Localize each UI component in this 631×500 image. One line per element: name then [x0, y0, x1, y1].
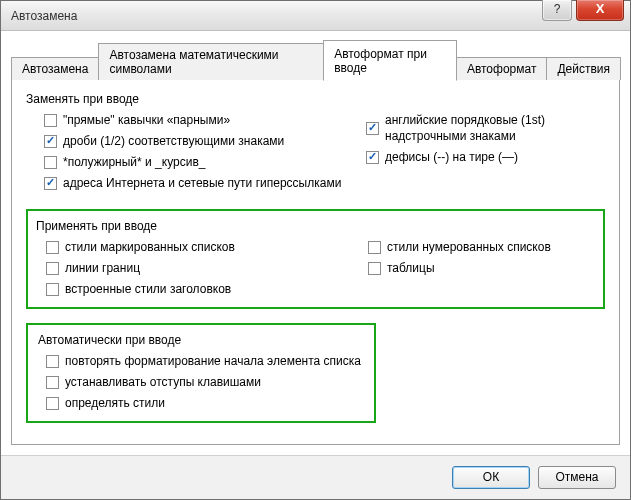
- cb-label: стили маркированных списков: [65, 239, 235, 255]
- cancel-button[interactable]: Отмена: [538, 466, 616, 489]
- tab-panel: Заменять при вводе "прямые" кавычки «пар…: [11, 79, 620, 445]
- dialog-window: Автозамена ? X Автозамена Автозамена мат…: [0, 0, 631, 500]
- cb-label: дроби (1/2) соответствующими знаками: [63, 133, 284, 149]
- cb-label: дефисы (--) на тире (—): [385, 149, 518, 165]
- checkbox-icon: [44, 177, 57, 190]
- cb-fractions[interactable]: дроби (1/2) соответствующими знаками: [44, 133, 366, 149]
- tab-autoformat-typing[interactable]: Автоформат при вводе: [323, 40, 457, 81]
- checkbox-icon: [46, 397, 59, 410]
- tab-math-autoreplace[interactable]: Автозамена математическими символами: [98, 43, 324, 80]
- auto-section-title: Автоматически при вводе: [38, 333, 364, 347]
- cb-bold-italic[interactable]: *полужирный* и _курсив_: [44, 154, 366, 170]
- dialog-footer: ОК Отмена: [1, 455, 630, 499]
- cb-hyperlinks[interactable]: адреса Интернета и сетевые пути гиперссы…: [44, 175, 366, 191]
- tab-strip: Автозамена Автозамена математическими си…: [11, 39, 620, 80]
- replace-grid: "прямые" кавычки «парными» дроби (1/2) с…: [26, 112, 605, 191]
- cb-label: встроенные стили заголовков: [65, 281, 231, 297]
- ok-button[interactable]: ОК: [452, 466, 530, 489]
- cb-border-lines[interactable]: линии границ: [46, 260, 368, 276]
- checkbox-icon: [366, 151, 379, 164]
- tab-autoformat[interactable]: Автоформат: [456, 57, 548, 80]
- cb-label: стили нумерованных списков: [387, 239, 551, 255]
- checkbox-icon: [46, 283, 59, 296]
- cb-label: *полужирный* и _курсив_: [63, 154, 205, 170]
- checkbox-icon: [46, 262, 59, 275]
- cb-heading-styles[interactable]: встроенные стили заголовков: [46, 281, 368, 297]
- replace-section-title: Заменять при вводе: [26, 92, 605, 106]
- tab-actions[interactable]: Действия: [546, 57, 621, 80]
- cb-label: повторять форматирование начала элемента…: [65, 353, 361, 369]
- cb-hyphens[interactable]: дефисы (--) на тире (—): [366, 149, 605, 165]
- checkbox-icon: [368, 262, 381, 275]
- cb-label: таблицы: [387, 260, 435, 276]
- cb-numbered-styles[interactable]: стили нумерованных списков: [368, 239, 593, 255]
- cb-ordinals[interactable]: английские порядковые (1st) надстрочными…: [366, 112, 605, 144]
- cb-set-indents[interactable]: устанавливать отступы клавишами: [46, 374, 364, 390]
- cb-label: определять стили: [65, 395, 165, 411]
- cb-label: "прямые" кавычки «парными»: [63, 112, 230, 128]
- cb-tables[interactable]: таблицы: [368, 260, 593, 276]
- window-title: Автозамена: [11, 9, 77, 23]
- cb-define-styles[interactable]: определять стили: [46, 395, 364, 411]
- cb-repeat-formatting[interactable]: повторять форматирование начала элемента…: [46, 353, 364, 369]
- content-area: Автозамена Автозамена математическими си…: [1, 31, 630, 455]
- checkbox-icon: [368, 241, 381, 254]
- cb-label: устанавливать отступы клавишами: [65, 374, 261, 390]
- cb-label: адреса Интернета и сетевые пути гиперссы…: [63, 175, 341, 191]
- cb-bullet-styles[interactable]: стили маркированных списков: [46, 239, 368, 255]
- apply-section-title: Применять при вводе: [36, 219, 593, 233]
- auto-group: Автоматически при вводе повторять формат…: [26, 323, 376, 423]
- close-button[interactable]: X: [576, 0, 624, 21]
- checkbox-icon: [44, 114, 57, 127]
- checkbox-icon: [46, 376, 59, 389]
- checkbox-icon: [46, 355, 59, 368]
- tab-autoreplace[interactable]: Автозамена: [11, 57, 99, 80]
- cb-straight-quotes[interactable]: "прямые" кавычки «парными»: [44, 112, 366, 128]
- cb-label: английские порядковые (1st) надстрочными…: [385, 112, 605, 144]
- checkbox-icon: [44, 156, 57, 169]
- apply-group: Применять при вводе стили маркированных …: [26, 209, 605, 309]
- titlebar: Автозамена ? X: [1, 1, 630, 31]
- help-button[interactable]: ?: [542, 0, 572, 21]
- checkbox-icon: [44, 135, 57, 148]
- cb-label: линии границ: [65, 260, 140, 276]
- checkbox-icon: [366, 122, 379, 135]
- checkbox-icon: [46, 241, 59, 254]
